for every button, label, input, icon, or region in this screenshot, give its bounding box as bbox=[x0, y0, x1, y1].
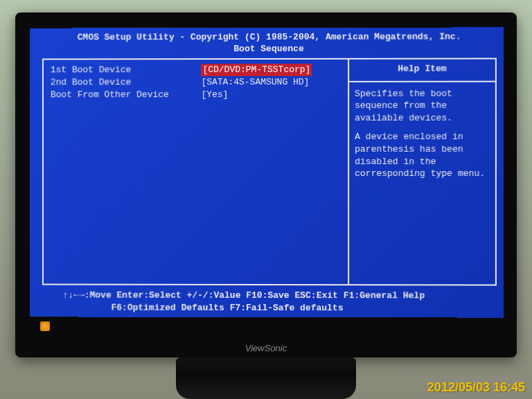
boot-other-value[interactable]: [Yes] bbox=[201, 89, 341, 101]
boot-device-2-label[interactable]: 2nd Boot Device bbox=[51, 76, 202, 89]
help-title: Help Item bbox=[349, 59, 495, 82]
footer-hints-2: F6:Optimized Defaults F7:Fail-Safe defau… bbox=[63, 301, 494, 314]
boot-device-2-value[interactable]: [SATA:4S-SAMSUNG HD] bbox=[201, 76, 341, 89]
power-led-icon bbox=[40, 321, 50, 331]
bios-footer: ↑↓←→:Move Enter:Select +/-/:Value F10:Sa… bbox=[42, 285, 497, 317]
help-text-2: A device enclosed in parenthesis has bee… bbox=[355, 131, 490, 179]
monitor-stand bbox=[176, 357, 356, 399]
help-panel: Help Item Specifies the boot sequence fr… bbox=[349, 59, 495, 284]
boot-device-1-label[interactable]: 1st Boot Device bbox=[51, 64, 202, 76]
settings-panel: 1st Boot Device 2nd Boot Device Boot Fro… bbox=[44, 60, 349, 284]
bios-main-panel: 1st Boot Device 2nd Boot Device Boot Fro… bbox=[42, 57, 497, 285]
bios-title: CMOS Setup Utility - Copyright (C) 1985-… bbox=[42, 31, 497, 44]
footer-hints-1: ↑↓←→:Move Enter:Select +/-/:Value F10:Sa… bbox=[63, 289, 494, 302]
bios-header: CMOS Setup Utility - Copyright (C) 1985-… bbox=[42, 31, 497, 55]
bios-subtitle: Boot Sequence bbox=[42, 43, 497, 55]
bios-screen: CMOS Setup Utility - Copyright (C) 1985-… bbox=[30, 27, 504, 317]
boot-other-label[interactable]: Boot From Other Device bbox=[51, 89, 202, 101]
help-body: Specifies the boot sequence from the ava… bbox=[349, 82, 495, 185]
help-text-1: Specifies the boot sequence from the ava… bbox=[355, 87, 490, 124]
monitor-brand-label: ViewSonic bbox=[245, 343, 287, 353]
photo-timestamp: 2012/05/03 16:45 bbox=[427, 380, 525, 395]
boot-device-1-value[interactable]: [CD/DVD:PM-TSSTcorp] bbox=[201, 64, 312, 76]
